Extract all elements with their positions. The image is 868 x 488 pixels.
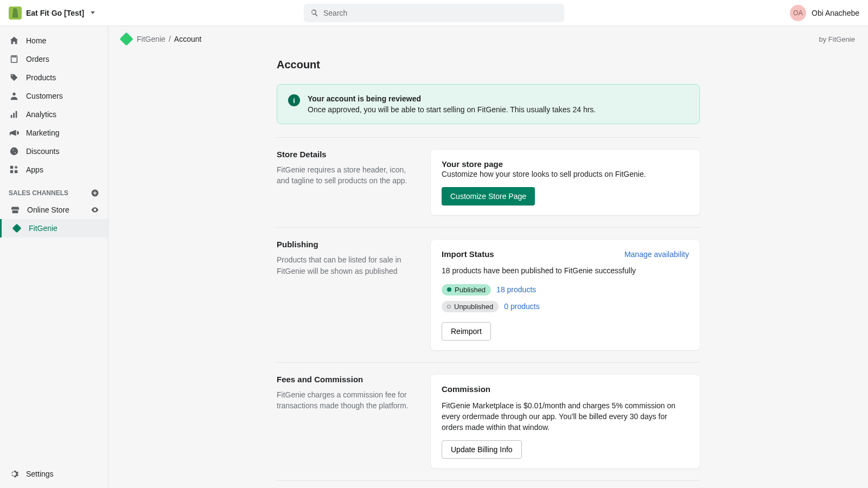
analytics-icon (9, 109, 20, 120)
circle-icon (447, 305, 451, 309)
svg-rect-7 (10, 170, 13, 173)
breadcrumb-byline: by FitGenie (819, 35, 855, 43)
svg-rect-3 (13, 113, 15, 118)
customize-store-button[interactable]: Customize Store Page (442, 187, 535, 206)
sidebar-section-sales-channels: SALES CHANNELS (0, 179, 108, 201)
megaphone-icon (9, 127, 20, 138)
sidebar-item-orders[interactable]: Orders (0, 50, 108, 68)
sidebar-item-label: Customers (26, 92, 63, 100)
info-icon: i (288, 94, 300, 106)
sidebar-item-label: Discounts (26, 147, 59, 156)
tag-icon (9, 72, 20, 83)
sidebar-item-settings[interactable]: Settings (0, 464, 108, 488)
svg-rect-4 (16, 111, 17, 118)
breadcrumb-separator: / (169, 35, 171, 43)
card-text: Customize how your store looks to sell p… (442, 169, 689, 179)
status-text: 18 products have been published to FitGe… (442, 265, 689, 276)
app-diamond-icon (119, 32, 133, 46)
section-description: Products that can be listed for sale in … (277, 254, 418, 277)
section-store-details: Store Details FitGenie requires a store … (277, 137, 700, 227)
search-placeholder: Search (323, 9, 347, 17)
page-title: Account (277, 59, 700, 71)
section-description: FitGenie requires a store header, icon, … (277, 164, 418, 187)
sidebar: Home Orders Products Customers Analytics… (0, 26, 108, 488)
topbar: Eat Fit Go [Test] Search OA Obi Anachebe (0, 0, 868, 26)
sidebar-item-label: Products (26, 73, 56, 82)
review-banner: i Your account is being reviewed Once ap… (277, 84, 700, 124)
add-channel-icon[interactable] (91, 189, 99, 197)
svg-rect-2 (11, 115, 12, 118)
reimport-button[interactable]: Reimport (442, 322, 491, 341)
svg-point-1 (12, 93, 15, 95)
sidebar-item-fitgenie[interactable]: FitGenie (0, 219, 108, 237)
section-heading: Store Details (277, 150, 418, 159)
svg-point-5 (10, 147, 18, 155)
sidebar-item-discounts[interactable]: Discounts (0, 142, 108, 160)
commission-card: Commission FitGenie Marketplace is $0.01… (431, 375, 700, 469)
avatar: OA (790, 5, 806, 21)
orders-icon (9, 54, 20, 65)
manage-availability-link[interactable]: Manage availability (624, 250, 689, 259)
badge-label: Published (455, 286, 486, 294)
sidebar-item-marketing[interactable]: Marketing (0, 124, 108, 142)
diamond-icon (11, 223, 22, 234)
section-publishing: Publishing Products that can be listed f… (277, 227, 700, 362)
breadcrumb-app-link[interactable]: FitGenie (137, 35, 165, 43)
sidebar-item-label: Orders (26, 55, 49, 63)
card-title: Commission (442, 384, 689, 394)
sidebar-item-products[interactable]: Products (0, 68, 108, 87)
svg-rect-6 (10, 166, 13, 169)
user-name: Obi Anachebe (812, 9, 859, 17)
import-status-card: Import Status Manage availability 18 pro… (431, 240, 700, 350)
sidebar-item-online-store[interactable]: Online Store (0, 201, 108, 219)
breadcrumb-current: Account (174, 35, 202, 43)
apps-icon (9, 164, 20, 175)
badge-label: Unpublished (454, 303, 493, 311)
search-icon (310, 9, 319, 17)
chevron-down-icon (91, 11, 95, 14)
store-icon (10, 204, 21, 215)
unpublished-row: Unpublished 0 products (442, 301, 689, 312)
gear-icon (9, 468, 20, 479)
sidebar-item-analytics[interactable]: Analytics (0, 105, 108, 124)
unpublished-badge: Unpublished (442, 301, 499, 312)
user-menu[interactable]: OA Obi Anachebe (790, 5, 859, 21)
sidebar-item-customers[interactable]: Customers (0, 87, 108, 105)
sidebar-item-label: FitGenie (29, 224, 58, 233)
sidebar-item-label: Online Store (27, 206, 69, 214)
sidebar-item-label: Analytics (26, 110, 56, 119)
published-row: Published 18 products (442, 284, 689, 296)
card-title: Import Status (442, 249, 494, 259)
breadcrumb: FitGenie / Account by FitGenie (108, 26, 868, 52)
section-heading: Publishing (277, 240, 418, 249)
card-text: FitGenie Marketplace is $0.01/month and … (442, 400, 689, 433)
home-icon (9, 35, 20, 46)
sidebar-item-label: Apps (26, 165, 43, 174)
section-terms: Terms and Conditions By installing FitGe… (277, 480, 700, 488)
eye-icon[interactable] (91, 206, 99, 214)
published-badge: Published (442, 284, 491, 296)
sidebar-item-home[interactable]: Home (0, 31, 108, 50)
svg-rect-8 (15, 170, 17, 173)
content-area: FitGenie / Account by FitGenie Account i… (108, 26, 868, 488)
sidebar-item-label: Home (26, 36, 46, 45)
update-billing-button[interactable]: Update Billing Info (442, 440, 522, 459)
shopify-logo-icon (9, 7, 22, 20)
banner-title: Your account is being reviewed (308, 94, 596, 103)
store-name: Eat Fit Go [Test] (26, 9, 84, 17)
section-description: FitGenie charges a commission fee for tr… (277, 389, 418, 412)
section-label: SALES CHANNELS (9, 189, 68, 197)
store-page-card: Your store page Customize how your store… (431, 150, 700, 215)
store-switcher[interactable]: Eat Fit Go [Test] (9, 7, 95, 20)
section-heading: Fees and Commission (277, 375, 418, 384)
person-icon (9, 91, 20, 101)
sidebar-item-label: Marketing (26, 129, 59, 137)
sidebar-item-apps[interactable]: Apps (0, 160, 108, 179)
unpublished-products-link[interactable]: 0 products (504, 302, 539, 311)
published-products-link[interactable]: 18 products (496, 285, 536, 294)
discount-icon (9, 146, 20, 157)
search-input[interactable]: Search (304, 4, 564, 22)
banner-text: Once approved, you will be able to start… (308, 105, 596, 114)
sidebar-item-label: Settings (26, 470, 54, 478)
section-fees: Fees and Commission FitGenie charges a c… (277, 362, 700, 481)
